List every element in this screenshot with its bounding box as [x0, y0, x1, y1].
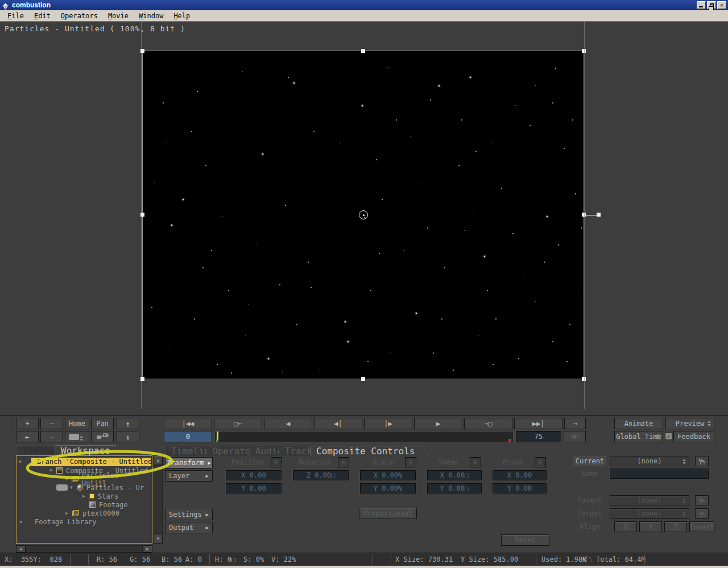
tab-workspace[interactable]: Workspace: [55, 445, 122, 455]
expand-icon[interactable]: ▶: [82, 494, 89, 499]
back-button[interactable]: ←: [16, 431, 39, 442]
tree-scroll-down[interactable]: ▼: [154, 534, 163, 544]
rotation-reset-button[interactable]: R: [338, 457, 349, 467]
tree-scroll-up[interactable]: ▲: [154, 455, 163, 465]
expand-icon[interactable]: ▼: [49, 468, 56, 473]
handle-bottom-left[interactable]: [140, 377, 144, 381]
menu-movie[interactable]: Movie: [103, 11, 134, 21]
tree-row[interactable]: Footage: [89, 500, 128, 509]
audio-mute-button[interactable]: [564, 431, 586, 442]
pivot-y-field[interactable]: Y 0.00: [493, 483, 547, 494]
settings-section-button[interactable]: Settings▶: [165, 509, 213, 520]
play-reverse-button[interactable]: ◀: [264, 418, 312, 429]
handle-right-mid[interactable]: [582, 213, 586, 217]
play-button[interactable]: ▶: [414, 418, 462, 429]
expand-icon[interactable]: ▶: [65, 511, 72, 516]
go-to-end-button[interactable]: ▶▶|: [514, 418, 562, 429]
menu-help[interactable]: Help: [168, 11, 195, 21]
position-reset-button[interactable]: R: [271, 457, 282, 467]
schematic-button[interactable]: [91, 431, 114, 442]
current-spinner[interactable]: [682, 458, 686, 465]
close-button[interactable]: ×: [717, 1, 726, 9]
target-dropdown[interactable]: (none): [610, 508, 689, 519]
tree-row[interactable]: ▼ Particles - Untitl: [65, 475, 152, 483]
pivot-center-marker[interactable]: [359, 210, 368, 219]
invert-button[interactable]: Invert: [689, 521, 714, 532]
mark-out-button[interactable]: →□: [464, 418, 512, 429]
menu-operators[interactable]: Operators: [56, 11, 103, 21]
tree-row[interactable]: ▼ Particles - Ur: [56, 483, 144, 492]
parent-pick-button[interactable]: [695, 495, 709, 505]
align-z-button[interactable]: Z: [664, 521, 687, 532]
zoom-in-button[interactable]: +: [16, 418, 39, 429]
position-x-field[interactable]: X 0.00: [226, 470, 282, 480]
handle-bottom-right[interactable]: [582, 377, 586, 381]
target-spinner[interactable]: [682, 511, 686, 517]
align-y-button[interactable]: Y: [639, 521, 662, 532]
proportional-button[interactable]: Proportional: [359, 508, 417, 519]
end-frame-field[interactable]: 75: [516, 431, 561, 442]
expand-icon[interactable]: ▶: [20, 519, 27, 524]
zoom-out-button[interactable]: −: [40, 418, 63, 429]
timeline-scrubber[interactable]: [214, 431, 514, 442]
restore-button[interactable]: [707, 1, 716, 9]
expand-icon[interactable]: ▼: [70, 485, 77, 490]
panel-down-button[interactable]: ↓: [117, 431, 139, 442]
animate-button[interactable]: Animate: [614, 418, 663, 429]
scale-y-field[interactable]: Y 0.00%: [360, 483, 416, 494]
current-frame-field[interactable]: 0: [164, 431, 212, 442]
menu-edit[interactable]: Edit: [29, 11, 56, 21]
tree-row[interactable]: ▶ ptext0000: [65, 509, 119, 517]
tree-row[interactable]: ▶ Footage Library: [20, 517, 96, 526]
name-field[interactable]: [610, 469, 709, 479]
axis-handle[interactable]: [597, 213, 601, 217]
go-to-start-button[interactable]: |◀◀: [164, 418, 212, 429]
align-x-button[interactable]: X: [614, 521, 637, 532]
tree-hscrollbar[interactable]: [26, 545, 143, 553]
pivot-reset-button[interactable]: R: [535, 457, 546, 467]
feedback-checkbox[interactable]: ✓: [665, 433, 672, 440]
menu-file[interactable]: File: [2, 11, 29, 21]
tree-scroll-right[interactable]: ▶: [143, 545, 152, 553]
preview-spinner[interactable]: [707, 420, 712, 427]
handle-top-right[interactable]: [582, 49, 586, 53]
pan-button[interactable]: Pan: [91, 418, 114, 429]
step-back-button[interactable]: ◀|: [314, 418, 362, 429]
tree-row-selected[interactable]: Branch 'Composite - Untitled': [31, 458, 151, 466]
loop-mode-button[interactable]: →: [564, 418, 586, 429]
tree-scroll-left[interactable]: ◀: [16, 545, 26, 553]
composite-frame[interactable]: [142, 51, 584, 379]
handle-bottom-mid[interactable]: [361, 377, 365, 381]
feedback-button[interactable]: Feedback: [673, 431, 714, 442]
scale-x-field[interactable]: X 0.00%: [360, 470, 416, 480]
output-section-button[interactable]: Output▶: [165, 522, 213, 533]
pivot-x-field[interactable]: X 0.00: [493, 470, 547, 480]
tree-row[interactable]: ▼: [19, 458, 26, 466]
forward-button[interactable]: →: [40, 431, 63, 442]
position-y-field[interactable]: Y 0.00: [226, 483, 282, 494]
handle-top-left[interactable]: [140, 49, 144, 53]
current-pick-button[interactable]: [695, 456, 709, 466]
handle-top-mid[interactable]: [361, 49, 365, 53]
handle-left-mid[interactable]: [140, 213, 144, 217]
parent-spinner[interactable]: [682, 497, 686, 504]
expand-icon[interactable]: ▼: [65, 476, 72, 482]
reset-button[interactable]: Reset: [501, 534, 549, 546]
global-time-dropdown[interactable]: Global Time: [614, 431, 663, 442]
tree-row[interactable]: ▶ Stars: [82, 492, 118, 500]
global-time-spinner[interactable]: [656, 433, 660, 440]
transform-section-button[interactable]: Transform ▶: [165, 457, 213, 469]
view-mode-button[interactable]: [65, 431, 89, 442]
target-pick-button[interactable]: [695, 508, 709, 519]
panel-up-button[interactable]: ↑: [117, 418, 139, 429]
home-button[interactable]: Home: [65, 418, 89, 429]
mark-in-button[interactable]: □←: [214, 418, 262, 429]
step-forward-button[interactable]: |▶: [364, 418, 412, 429]
tree-vscrollbar[interactable]: [154, 465, 163, 534]
view-mode-spinner[interactable]: [79, 435, 84, 442]
layer-section-button[interactable]: Layer▶: [165, 470, 213, 482]
shear-reset-button[interactable]: R: [470, 457, 481, 467]
shear-x-field[interactable]: X 0.00□: [427, 470, 482, 480]
current-dropdown[interactable]: (none): [610, 456, 689, 466]
preview-dropdown[interactable]: Preview: [665, 418, 714, 429]
